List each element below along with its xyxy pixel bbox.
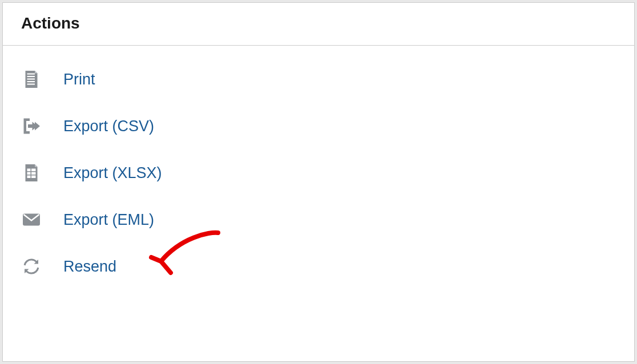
action-resend[interactable]: Resend xyxy=(21,249,616,284)
action-label: Export (XLSX) xyxy=(63,164,162,182)
svg-rect-4 xyxy=(27,84,35,85)
spreadsheet-icon xyxy=(21,163,42,183)
action-export-csv[interactable]: Export (CSV) xyxy=(21,108,616,144)
refresh-icon xyxy=(21,256,42,277)
svg-rect-3 xyxy=(27,81,35,82)
svg-rect-7 xyxy=(27,172,31,175)
svg-rect-8 xyxy=(31,172,36,175)
svg-rect-2 xyxy=(27,79,35,80)
svg-rect-5 xyxy=(27,169,31,172)
svg-rect-6 xyxy=(31,169,36,172)
action-label: Export (EML) xyxy=(63,211,154,229)
actions-list: Print Export (CSV) xyxy=(3,46,634,301)
envelope-icon xyxy=(21,209,42,230)
svg-rect-0 xyxy=(27,74,35,75)
actions-panel: Actions Print xyxy=(2,2,635,362)
svg-rect-9 xyxy=(27,176,31,179)
action-label: Resend xyxy=(63,258,116,276)
action-print[interactable]: Print xyxy=(21,62,616,97)
action-label: Print xyxy=(63,71,95,88)
document-icon xyxy=(21,69,42,90)
action-export-eml[interactable]: Export (EML) xyxy=(21,202,616,237)
panel-title: Actions xyxy=(21,14,616,33)
panel-header: Actions xyxy=(3,3,634,46)
action-label: Export (CSV) xyxy=(63,118,154,135)
svg-rect-1 xyxy=(27,76,35,77)
action-export-xlsx[interactable]: Export (XLSX) xyxy=(21,155,616,191)
export-arrow-icon xyxy=(21,116,42,136)
svg-rect-10 xyxy=(31,176,36,179)
